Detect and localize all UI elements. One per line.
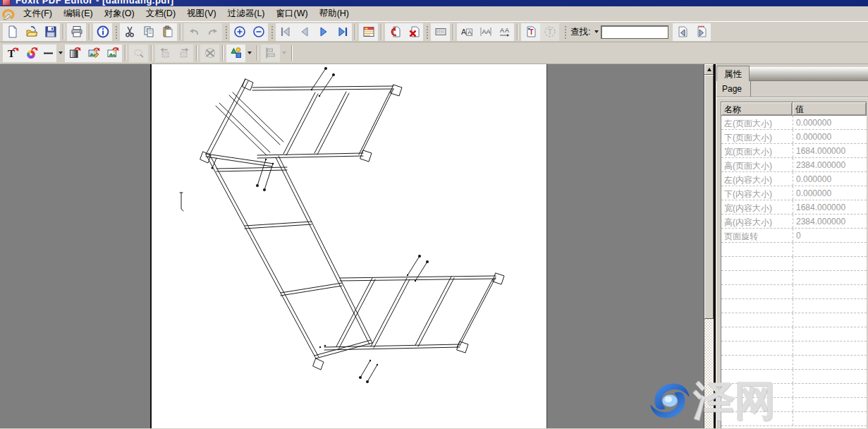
menu-filter[interactable]: 过滤器(L): [222, 6, 271, 21]
property-row[interactable]: 左(页面大小) 0.000000: [721, 116, 867, 130]
scroll-up-button[interactable]: [704, 64, 714, 75]
menu-object[interactable]: 对象(O): [99, 6, 140, 21]
toolbar-drag-handle[interactable]: [224, 25, 228, 39]
add-image-button[interactable]: [103, 44, 122, 62]
char-style-button[interactable]: AA: [457, 23, 476, 41]
tab-page[interactable]: Page: [716, 81, 751, 97]
align-objects-dropdown[interactable]: [280, 45, 288, 61]
toolbar-drag-handle[interactable]: [270, 25, 274, 39]
property-value[interactable]: 1684.000000: [793, 200, 867, 214]
last-page-icon: [336, 25, 349, 38]
property-row[interactable]: 宽(页面大小) 1684.000000: [721, 144, 867, 158]
undo-button[interactable]: [184, 23, 203, 41]
about-button[interactable]: [93, 23, 112, 41]
separator: [517, 24, 518, 40]
property-value[interactable]: 0.000000: [793, 130, 867, 143]
scrollbar-track[interactable]: [704, 319, 714, 428]
save-file-icon: [44, 25, 57, 38]
find-next-icon: [695, 25, 708, 38]
property-value[interactable]: 0.000000: [793, 116, 867, 129]
open-file-button[interactable]: [22, 23, 41, 41]
property-value[interactable]: 2384.000000: [793, 214, 867, 228]
next-page-icon: [317, 25, 330, 38]
scrollbar-thumb[interactable]: [704, 75, 714, 319]
rotate-ccw-button[interactable]: [155, 44, 174, 62]
delete-page-button[interactable]: [404, 23, 423, 41]
title-bar: Foxit PDF Editor - [danhuang.pdf]: [0, 0, 868, 6]
page-form-button[interactable]: [359, 23, 378, 41]
lasso-select-button[interactable]: [129, 44, 148, 62]
char-spacing-button[interactable]: AA: [476, 23, 495, 41]
cut-button[interactable]: [120, 23, 139, 41]
menu-document[interactable]: 文档(D): [140, 6, 181, 21]
edit-image-button[interactable]: [84, 44, 103, 62]
property-label: 下(页面大小): [721, 130, 793, 143]
menu-file[interactable]: 文件(F): [18, 6, 58, 21]
chevron-down-icon: [247, 52, 252, 54]
properties-table: 名称 值 左(页面大小) 0.000000 下(页面大小) 0.000000 宽…: [721, 102, 867, 428]
hex-edit-button[interactable]: [431, 23, 450, 41]
property-value[interactable]: 1684.000000: [793, 144, 867, 157]
line-style-button[interactable]: [41, 44, 56, 62]
menu-help[interactable]: 帮助(H): [314, 6, 355, 21]
find-previous-button[interactable]: [673, 23, 692, 41]
property-row[interactable]: 下(内容大小) 0.000000: [721, 186, 867, 200]
line-style-dropdown[interactable]: [56, 45, 65, 61]
empty-row: [721, 398, 867, 412]
add-text-button[interactable]: T: [3, 44, 22, 62]
pdf-page[interactable]: [150, 64, 547, 428]
property-value[interactable]: 0: [793, 229, 867, 242]
toolbar-drag-handle[interactable]: [563, 25, 567, 39]
prev-page-button[interactable]: [295, 23, 314, 41]
paste-button[interactable]: [158, 23, 177, 41]
zoom-in-button[interactable]: [230, 23, 249, 41]
toolbar-drag-handle[interactable]: [425, 25, 429, 39]
toolbar-drag-handle[interactable]: [114, 25, 118, 39]
find-input[interactable]: [601, 25, 668, 39]
property-row[interactable]: 左(内容大小) 0.000000: [721, 172, 867, 186]
text-rotate-button[interactable]: T: [540, 23, 559, 41]
property-row[interactable]: 高(页面大小) 2384.000000: [721, 158, 867, 172]
revert-page-button[interactable]: [385, 23, 404, 41]
property-value[interactable]: 0.000000: [793, 172, 867, 186]
empty-row: [721, 243, 867, 257]
add-shading-button[interactable]: [65, 44, 84, 62]
property-row[interactable]: 高(内容大小) 2384.000000: [721, 214, 867, 229]
app-icon: [2, 0, 11, 6]
separator: [63, 24, 64, 40]
save-file-button[interactable]: [41, 23, 60, 41]
find-dropdown-button[interactable]: [592, 24, 601, 40]
delete-cross-button[interactable]: [200, 44, 219, 62]
add-color-button[interactable]: [22, 44, 41, 62]
last-page-button[interactable]: [333, 23, 352, 41]
property-row[interactable]: 页面旋转 0: [721, 229, 867, 243]
empty-row: [721, 370, 867, 384]
word-spacing-button[interactable]: AA: [495, 23, 514, 41]
first-page-button[interactable]: [276, 23, 295, 41]
find-next-button[interactable]: [692, 23, 711, 41]
property-value[interactable]: 0.000000: [793, 186, 867, 200]
empty-row: [721, 342, 867, 356]
revert-page-icon: [389, 25, 401, 38]
rotate-cw-button[interactable]: [174, 44, 193, 62]
empty-row: [721, 271, 867, 285]
menu-window[interactable]: 窗口(W): [271, 6, 314, 21]
insert-shapes-dropdown[interactable]: [245, 45, 254, 61]
column-header-name: 名称: [721, 102, 793, 116]
new-file-button[interactable]: [3, 23, 22, 41]
separator: [89, 24, 90, 40]
zoom-out-button[interactable]: [249, 23, 268, 41]
next-page-button[interactable]: [314, 23, 333, 41]
copy-button[interactable]: [139, 23, 158, 41]
redo-button[interactable]: [203, 23, 222, 41]
menu-view[interactable]: 视图(V): [181, 6, 222, 21]
print-button[interactable]: [67, 23, 86, 41]
property-row[interactable]: 下(页面大小) 0.000000: [721, 130, 867, 144]
menu-edit[interactable]: 编辑(E): [58, 6, 99, 21]
cross-icon: [204, 47, 216, 59]
align-objects-button[interactable]: [261, 44, 280, 62]
property-value[interactable]: 2384.000000: [793, 158, 867, 171]
text-import-button[interactable]: T: [521, 23, 540, 41]
property-row[interactable]: 宽(内容大小) 1684.000000: [721, 200, 867, 214]
insert-shapes-button[interactable]: [226, 44, 245, 62]
